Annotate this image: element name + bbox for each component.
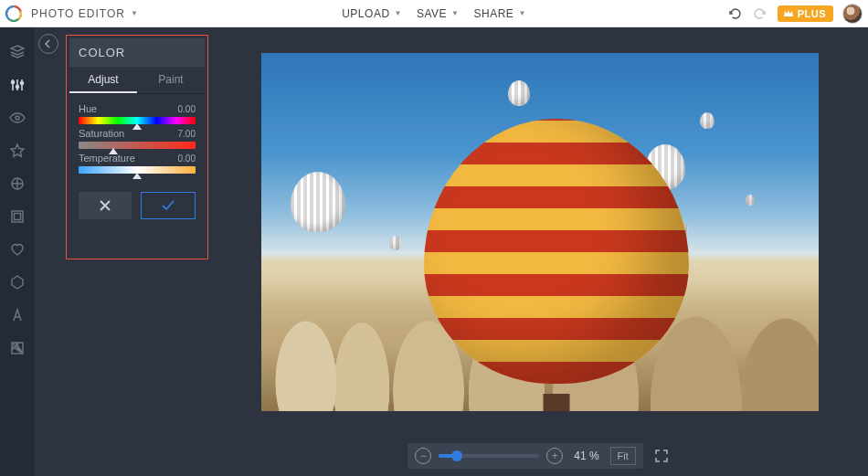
- sliders-icon[interactable]: [9, 77, 26, 93]
- top-center-actions: UPLOAD▼ SAVE▼ SHARE▼: [342, 7, 526, 20]
- zoom-bar: − + 41 % Fit: [212, 436, 868, 476]
- text-icon[interactable]: [9, 307, 26, 323]
- photo-balloon-small: [700, 112, 715, 129]
- saturation-slider[interactable]: Saturation 7.00: [79, 128, 196, 149]
- dropdown-triangle-icon: ▼: [518, 9, 525, 17]
- tab-adjust[interactable]: Adjust: [69, 67, 137, 93]
- panel-actions: [69, 183, 205, 228]
- temperature-knob[interactable]: [132, 173, 142, 179]
- saturation-knob[interactable]: [109, 148, 118, 154]
- zoom-control: − + 41 % Fit: [408, 443, 643, 469]
- panel-title: COLOR: [69, 38, 205, 67]
- photo-canvas[interactable]: [261, 53, 819, 411]
- zoom-percent: 41 %: [574, 450, 598, 462]
- zoom-fit-button[interactable]: Fit: [610, 447, 636, 465]
- hue-slider[interactable]: Hue 0.00: [79, 103, 196, 124]
- app-title: PHOTO EDITOR: [31, 7, 125, 20]
- cancel-button[interactable]: [79, 192, 132, 219]
- share-menu[interactable]: SHARE▼: [474, 7, 526, 20]
- photo-balloon-basket: [544, 394, 570, 410]
- svg-point-4: [16, 116, 19, 120]
- svg-rect-6: [15, 214, 21, 220]
- back-button[interactable]: [38, 34, 58, 54]
- saturation-label: Saturation: [79, 128, 124, 139]
- svg-point-1: [12, 81, 15, 84]
- app-title-dropdown[interactable]: PHOTO EDITOR ▼: [31, 7, 139, 20]
- zoom-knob[interactable]: [451, 450, 462, 461]
- redo-button[interactable]: [752, 5, 768, 22]
- texture-icon[interactable]: [9, 340, 26, 356]
- check-icon: [161, 199, 175, 212]
- top-right: PLUS: [726, 4, 863, 24]
- save-menu[interactable]: SAVE▼: [417, 7, 460, 20]
- svg-point-3: [21, 82, 24, 85]
- color-panel: COLOR Adjust Paint Hue 0.00 Saturation 7…: [69, 38, 205, 228]
- dropdown-triangle-icon: ▼: [131, 9, 139, 17]
- frame-icon[interactable]: [9, 208, 26, 225]
- top-bar: PHOTO EDITOR ▼ UPLOAD▼ SAVE▼ SHARE▼ PLUS: [0, 0, 868, 27]
- hue-value: 0.00: [178, 104, 196, 114]
- shape-icon[interactable]: [9, 274, 26, 291]
- user-avatar[interactable]: [842, 4, 863, 24]
- upload-menu[interactable]: UPLOAD▼: [342, 7, 402, 20]
- apply-button[interactable]: [141, 192, 196, 219]
- app-logo: [5, 5, 22, 22]
- heart-icon[interactable]: [9, 241, 26, 258]
- temperature-label: Temperature: [79, 153, 135, 164]
- crown-icon: [783, 8, 794, 19]
- layers-icon[interactable]: [9, 44, 26, 60]
- tool-rail: [0, 27, 35, 476]
- canvas-area[interactable]: [212, 27, 868, 436]
- hue-track[interactable]: [79, 117, 196, 124]
- close-icon: [99, 199, 111, 212]
- zoom-in-button[interactable]: +: [546, 448, 563, 464]
- fullscreen-button[interactable]: [651, 445, 672, 467]
- sliders-group: Hue 0.00 Saturation 7.00 Temperature 0.0…: [69, 94, 205, 183]
- temperature-track[interactable]: [79, 166, 196, 174]
- eye-icon[interactable]: [9, 110, 26, 126]
- hue-knob[interactable]: [132, 123, 142, 130]
- photo-balloon-small: [389, 236, 402, 250]
- photo-balloon-small: [291, 172, 345, 232]
- zoom-slider-track[interactable]: [439, 454, 539, 458]
- star-icon[interactable]: [9, 143, 26, 159]
- photo-balloon-small: [508, 80, 530, 106]
- zoom-out-button[interactable]: −: [415, 448, 431, 464]
- puzzle-icon[interactable]: [9, 175, 26, 192]
- saturation-track[interactable]: [79, 142, 196, 149]
- plus-upgrade-button[interactable]: PLUS: [778, 5, 833, 22]
- temperature-slider[interactable]: Temperature 0.00: [79, 153, 196, 174]
- dropdown-triangle-icon: ▼: [451, 9, 459, 17]
- hue-label: Hue: [79, 103, 97, 114]
- tab-paint[interactable]: Paint: [137, 67, 205, 93]
- dropdown-triangle-icon: ▼: [395, 9, 402, 17]
- svg-point-2: [16, 86, 19, 89]
- temperature-value: 0.00: [178, 153, 196, 164]
- saturation-value: 7.00: [178, 129, 196, 139]
- photo-balloon-small: [746, 195, 755, 206]
- panel-back-column: [35, 27, 62, 60]
- undo-button[interactable]: [726, 5, 743, 22]
- panel-tabs: Adjust Paint: [69, 67, 205, 94]
